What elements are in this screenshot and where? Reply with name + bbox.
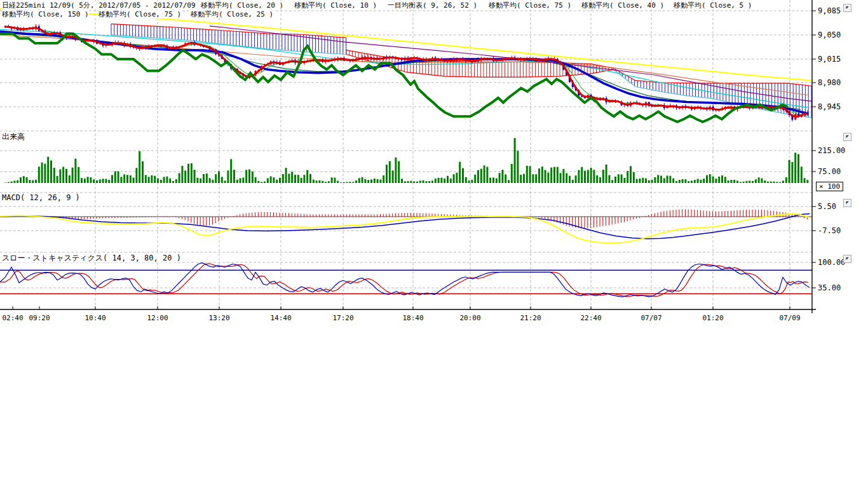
- legend-indicator-label: 移動平均( Close, 25 ): [191, 10, 273, 18]
- time-axis-label: 01:20: [700, 314, 726, 322]
- time-axis-label: 09:20: [27, 314, 52, 322]
- time-axis-label: 02:40: [0, 314, 25, 322]
- time-axis-label: 12:00: [145, 314, 170, 322]
- legend-indicator-label: 移動平均( Close, 40 ): [581, 1, 664, 10]
- y-axis-label: 35.00: [818, 283, 841, 292]
- time-axis-label: 20:00: [458, 314, 483, 322]
- stochastics-layer: [0, 263, 812, 297]
- legend-indicator-label: 移動平均( Close, 75 ): [98, 10, 181, 18]
- grid-layer: [0, 0, 812, 309]
- y-axis-label: 5.50: [818, 202, 836, 211]
- time-axis-label: 14:40: [268, 314, 294, 322]
- time-axis-label: 17:20: [330, 314, 356, 322]
- y-axis-label: 9,085: [818, 6, 841, 15]
- time-axis-label: 10:40: [83, 314, 108, 322]
- legend-indicator-label: 移動平均( Close, 5 ): [674, 1, 752, 10]
- pane-scroll-icon[interactable]: ◤: [843, 255, 851, 263]
- time-axis-label: 18:40: [400, 314, 426, 322]
- chart-window: 日経225mini 12/09( 5分, 2012/07/05 - 2012/0…: [0, 0, 868, 488]
- y-axis-label: 100.00: [818, 258, 845, 267]
- time-axis-label: 22:40: [578, 314, 604, 322]
- volume-multiplier-badge: × 100: [816, 182, 843, 191]
- y-axis-label: 215.00: [818, 146, 845, 155]
- legend-indicator-label: 移動平均( Close, 10 ): [294, 1, 377, 10]
- legend-indicator-label: 一目均衡表( 9, 26, 52 ): [388, 1, 477, 10]
- y-axis-label: 8,945: [818, 102, 841, 111]
- pane-scroll-icon[interactable]: ◤: [843, 199, 851, 207]
- pane-scroll-icon[interactable]: ◤: [843, 133, 851, 141]
- legend-indicator-label: 日経225mini 12/09( 5分, 2012/07/05 - 2012/0…: [2, 1, 204, 10]
- moving-average-layer: [0, 9, 812, 117]
- y-axis-label: 8,980: [818, 78, 841, 87]
- macd-layer: [0, 209, 812, 243]
- time-axis-label: 07/07: [639, 314, 664, 322]
- time-axis-label: 07/09: [777, 314, 803, 322]
- y-axis-label: -7.50: [818, 226, 841, 235]
- volume-pane-label: 出来高: [2, 133, 25, 141]
- legend-indicator-label: 移動平均( Close, 20 ): [201, 1, 283, 10]
- legend-indicator-label: 移動平均( Close, 75 ): [489, 1, 571, 10]
- time-axis-label: 13:20: [207, 314, 232, 322]
- y-axis-label: 9,050: [818, 30, 841, 39]
- pane-scroll-icon[interactable]: ◤: [843, 4, 851, 12]
- stoch-pane-label: スロー・ストキャスティクス( 14, 3, 80, 20 ): [2, 254, 181, 262]
- axis-layer: [0, 0, 816, 313]
- volume-layer: [4, 138, 808, 183]
- time-axis-label: 21:20: [518, 314, 543, 322]
- price-chart-canvas[interactable]: [0, 0, 868, 488]
- y-axis-label: 9,015: [818, 55, 841, 64]
- legend-indicator-label: 移動平均( Close, 150 ): [2, 10, 89, 18]
- macd-pane-label: MACD( 12, 26, 9 ): [2, 194, 80, 202]
- y-axis-label: 75.00: [818, 167, 841, 176]
